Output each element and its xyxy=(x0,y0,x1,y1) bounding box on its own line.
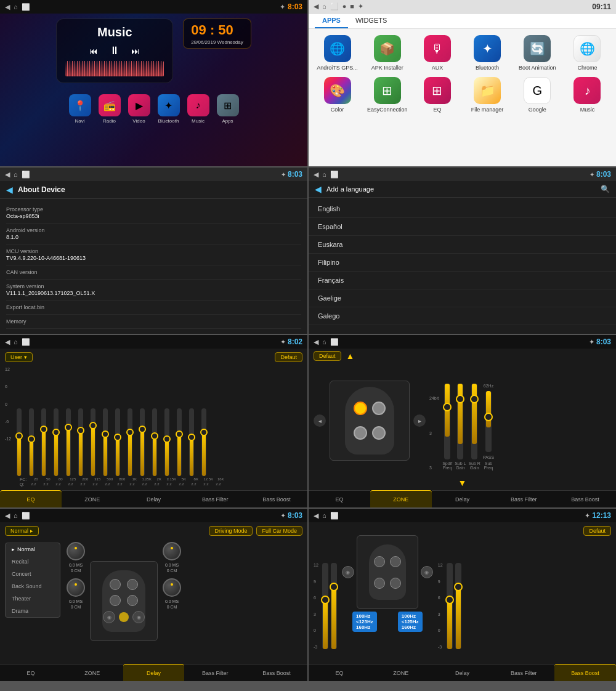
window-icon-p1[interactable]: ⬜ xyxy=(22,3,30,11)
dd-normal[interactable]: ▸ Normal xyxy=(6,543,60,556)
eq-preset-btn[interactable]: User ▾ xyxy=(5,352,33,362)
zone-subl-thumb[interactable] xyxy=(456,395,464,403)
app-gps[interactable]: 🌐 AndroiTS GPS... xyxy=(315,35,360,71)
back-btn-p4[interactable]: ◀ xyxy=(315,184,322,194)
lang-french[interactable]: Français xyxy=(309,272,616,289)
tab-bassfilter-p8[interactable]: Bass Filter xyxy=(493,664,554,681)
app-apps[interactable]: ⊞ Apps xyxy=(217,94,239,124)
zone-seat-rr[interactable] xyxy=(372,426,386,440)
tab-zone-p7[interactable]: ZONE xyxy=(62,664,123,681)
dd-theater[interactable]: Theater xyxy=(6,592,60,605)
tab-delay-p5[interactable]: Delay xyxy=(123,490,185,507)
dd-drama[interactable]: Drama xyxy=(6,605,60,617)
eq-thumb-14[interactable] xyxy=(188,434,195,441)
fast-forward-btn[interactable]: ⏭ xyxy=(131,46,140,56)
home-icon-p6[interactable]: ⌂ xyxy=(322,338,326,346)
dd-backsound[interactable]: Back Sound xyxy=(6,580,60,592)
about-export[interactable]: Export locat.bin xyxy=(6,301,301,315)
window-icon-p7[interactable]: ⬜ xyxy=(22,512,30,520)
eq-thumb-15[interactable] xyxy=(200,429,208,436)
back-icon-p7[interactable]: ◀ xyxy=(5,512,10,520)
eq-thumb-2[interactable] xyxy=(40,426,47,433)
dd-concert[interactable]: Concert xyxy=(6,568,60,580)
eq-thumb-7[interactable] xyxy=(102,430,109,438)
lang-euskara[interactable]: Euskara xyxy=(309,236,616,254)
app-color[interactable]: 🎨 Color xyxy=(315,77,360,113)
zone-right-arrow[interactable]: ▸ xyxy=(413,414,426,427)
zone-default-btn[interactable]: Defaut xyxy=(314,351,341,361)
tab-eq-p8[interactable]: EQ xyxy=(309,664,370,681)
zone-down-arrow[interactable]: ▼ xyxy=(458,478,467,488)
eq-thumb-12[interactable] xyxy=(163,435,171,443)
bass-l2-thumb[interactable] xyxy=(330,583,338,591)
eq-thumb-13[interactable] xyxy=(176,430,183,438)
window-icon-p2[interactable]: ⬜ xyxy=(330,2,339,10)
eq-thumb-6[interactable] xyxy=(89,422,97,429)
tab-bassfilter-p6[interactable]: Bass Filter xyxy=(493,490,554,507)
app-radio[interactable]: 📻 Radio xyxy=(99,94,121,124)
app-music[interactable]: ♪ Music xyxy=(187,94,209,124)
play-pause-btn[interactable]: ⏸ xyxy=(109,44,120,57)
window-icon-p4[interactable]: ⬜ xyxy=(330,171,339,179)
home-icon-p5[interactable]: ⌂ xyxy=(14,338,18,346)
lang-english[interactable]: English xyxy=(309,200,616,218)
eq-thumb-9[interactable] xyxy=(126,429,134,436)
app-bluetooth[interactable]: ✦ Bluetooth xyxy=(158,94,180,124)
tab-delay-p8[interactable]: Delay xyxy=(432,664,493,681)
eq-thumb-1[interactable] xyxy=(28,435,35,443)
eq-thumb-10[interactable] xyxy=(139,426,146,433)
back-btn-p3[interactable]: ◀ xyxy=(6,185,13,195)
tab-eq-p5[interactable]: EQ xyxy=(0,490,62,507)
back-icon-p1[interactable]: ◀ xyxy=(5,3,10,11)
bass-r2-thumb[interactable] xyxy=(454,583,463,591)
bass-r1-thumb[interactable] xyxy=(445,596,454,604)
eq-thumb-8[interactable] xyxy=(114,434,121,441)
back-icon-p6[interactable]: ◀ xyxy=(314,338,318,346)
zone-seat-rl[interactable] xyxy=(354,426,367,440)
tab-eq-p6[interactable]: EQ xyxy=(309,490,370,507)
back-icon-p8[interactable]: ◀ xyxy=(314,512,318,520)
lang-galego[interactable]: Galego xyxy=(309,307,616,325)
zone-left-arrow[interactable]: ◂ xyxy=(314,414,326,427)
tab-zone-p5[interactable]: ZONE xyxy=(62,490,123,507)
window-icon-p6[interactable]: ⬜ xyxy=(330,338,339,346)
eq-default-btn[interactable]: Defaut xyxy=(275,352,302,362)
tab-bassfilter-p5[interactable]: Bass Filter xyxy=(184,490,246,507)
app-google[interactable]: G Google xyxy=(515,77,560,113)
app-easy[interactable]: ⊞ EasyConnection xyxy=(365,77,410,113)
home-icon-p7[interactable]: ⌂ xyxy=(14,512,18,520)
window-icon-p5[interactable]: ⬜ xyxy=(22,338,30,346)
dd-recital[interactable]: Recital xyxy=(6,556,60,568)
home-icon-p4[interactable]: ⌂ xyxy=(322,171,326,179)
lang-gaelige[interactable]: Gaelige xyxy=(309,289,616,307)
back-icon-p2[interactable]: ◀ xyxy=(314,2,318,10)
knob-rl[interactable] xyxy=(67,578,85,597)
lang-spanish[interactable]: Español xyxy=(309,218,616,236)
tab-delay-p6[interactable]: Delay xyxy=(432,490,493,507)
knob-fr[interactable] xyxy=(163,542,181,560)
app-eq[interactable]: ⊞ EQ xyxy=(415,77,460,113)
app-apk[interactable]: 📦 APK Installer xyxy=(365,35,410,71)
home-icon-p3[interactable]: ⌂ xyxy=(14,171,18,179)
bass-l1-thumb[interactable] xyxy=(321,596,330,604)
tab-bassboost-p7[interactable]: Bass Boost xyxy=(246,664,307,681)
full-car-mode-btn[interactable]: Full Car Mode xyxy=(256,526,302,536)
app-bt[interactable]: ✦ Bluetooth xyxy=(464,35,509,71)
eq-thumb-0[interactable] xyxy=(15,432,23,440)
zone-subfreq-thumb[interactable] xyxy=(484,413,493,421)
app-file[interactable]: 📁 File manager xyxy=(464,77,509,113)
zone-spdif-thumb[interactable] xyxy=(443,403,452,411)
knob-rr[interactable] xyxy=(163,578,181,597)
tab-widgets[interactable]: WIDGETS xyxy=(348,14,394,28)
tab-zone-p6[interactable]: ZONE xyxy=(370,490,432,507)
zone-seat-fr[interactable] xyxy=(372,402,386,415)
tab-bassfilter-p7[interactable]: Bass Filter xyxy=(184,664,246,681)
window-icon-p3[interactable]: ⬜ xyxy=(22,171,30,179)
zone-seat-fl[interactable] xyxy=(354,402,367,415)
app-boot[interactable]: 🔄 Boot Animation xyxy=(515,35,560,71)
bass-default-btn[interactable]: Defaut xyxy=(583,526,611,536)
app-chrome[interactable]: 🌐 Chrome xyxy=(565,35,610,71)
tab-eq-p7[interactable]: EQ xyxy=(0,664,62,681)
tab-delay-p7[interactable]: Delay xyxy=(123,664,185,681)
rewind-btn[interactable]: ⏮ xyxy=(89,46,98,56)
